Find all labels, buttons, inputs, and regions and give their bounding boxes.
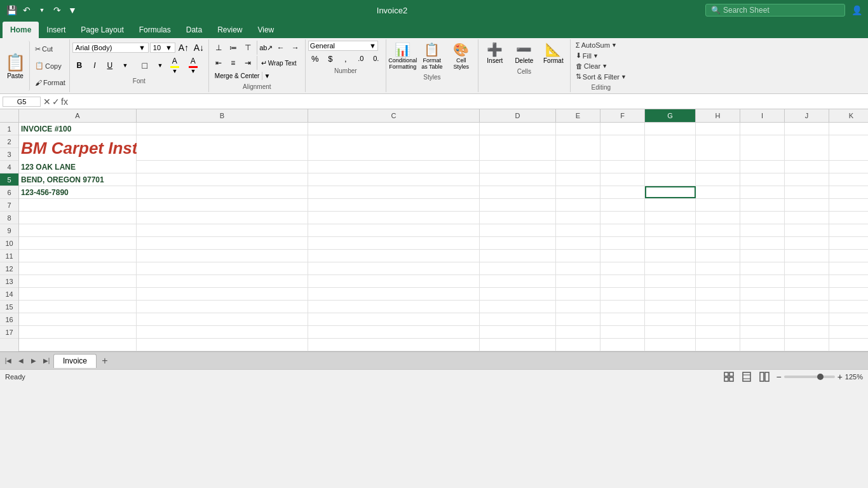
ribbon-tab-page-layout[interactable]: Page Layout: [73, 22, 131, 38]
cell-H1[interactable]: [696, 123, 740, 135]
align-center-button[interactable]: ≡: [226, 56, 240, 70]
cell-K9[interactable]: [829, 237, 868, 249]
cell-I8[interactable]: [740, 224, 785, 236]
cell-K7[interactable]: [829, 212, 868, 224]
underline-dropdown[interactable]: ▼: [118, 58, 132, 72]
cell-J3[interactable]: [785, 161, 829, 173]
row-num-4[interactable]: 4: [0, 161, 18, 173]
cell-B15[interactable]: [137, 313, 308, 325]
cell-H14[interactable]: [696, 301, 740, 313]
cell-styles-button[interactable]: 🎨 CellStyles: [447, 41, 475, 71]
cell-D3[interactable]: [480, 161, 556, 173]
font-color-dropdown[interactable]: ▼: [190, 68, 196, 74]
cell-H4[interactable]: [696, 173, 740, 186]
cell-J15[interactable]: [785, 313, 829, 325]
cell-K3[interactable]: [829, 161, 868, 173]
cell-J4[interactable]: [785, 173, 829, 186]
cell-E5[interactable]: [556, 186, 600, 198]
cell-J5[interactable]: [785, 186, 829, 198]
cell-B9[interactable]: [137, 237, 308, 249]
cell-H16[interactable]: [696, 326, 740, 338]
cell-H17[interactable]: [696, 339, 740, 351]
cell-B5[interactable]: [137, 186, 308, 198]
cell-F1[interactable]: [600, 123, 645, 135]
cell-C16[interactable]: [308, 326, 480, 338]
cell-A4[interactable]: BEND, OREGON 97701: [19, 173, 137, 186]
indent-increase-button[interactable]: →: [288, 41, 302, 55]
percent-style-button[interactable]: %: [308, 51, 322, 65]
cell-B8[interactable]: [137, 224, 308, 236]
cell-E10[interactable]: [556, 250, 600, 262]
col-header-g[interactable]: G: [645, 109, 696, 122]
cell-B17[interactable]: [137, 339, 308, 351]
orientation-button[interactable]: ab↗: [259, 41, 273, 55]
cell-H11[interactable]: [696, 262, 740, 274]
increase-font-size-button[interactable]: A↑: [177, 41, 191, 55]
row-num-5[interactable]: 5: [0, 173, 18, 186]
merge-center-button[interactable]: Merge & Center ▼: [212, 71, 273, 81]
currency-button[interactable]: $: [323, 51, 337, 65]
cell-J7[interactable]: [785, 212, 829, 224]
cut-button[interactable]: ✂ Cut: [32, 44, 68, 54]
autosum-button[interactable]: Σ AutoSum ▼: [573, 41, 629, 50]
cell-I6[interactable]: [740, 199, 785, 211]
cell-E6[interactable]: [556, 199, 600, 211]
cell-K16[interactable]: [829, 326, 868, 338]
ribbon-tab-review[interactable]: Review: [210, 22, 250, 38]
cell-C2[interactable]: [308, 135, 480, 160]
cell-J6[interactable]: [785, 199, 829, 211]
cell-D10[interactable]: [480, 250, 556, 262]
cell-K2[interactable]: [829, 135, 868, 160]
cell-D16[interactable]: [480, 326, 556, 338]
format-painter-button[interactable]: 🖌 Format: [32, 78, 68, 87]
cell-F14[interactable]: [600, 301, 645, 313]
font-size-selector[interactable]: 10 ▼: [150, 43, 175, 53]
ribbon-tab-data[interactable]: Data: [179, 22, 210, 38]
cell-E7[interactable]: [556, 212, 600, 224]
comma-style-button[interactable]: ,: [339, 51, 353, 65]
cell-D11[interactable]: [480, 262, 556, 274]
cell-C10[interactable]: [308, 250, 480, 262]
format-button[interactable]: 📐 Format: [539, 41, 567, 65]
cell-G16[interactable]: [645, 326, 696, 338]
row-num-8[interactable]: 8: [0, 212, 18, 224]
cell-A6[interactable]: [19, 199, 137, 211]
cell-G10[interactable]: [645, 250, 696, 262]
cell-I3[interactable]: [740, 161, 785, 173]
cell-H10[interactable]: [696, 250, 740, 262]
add-sheet-button[interactable]: +: [98, 354, 112, 368]
cell-I17[interactable]: [740, 339, 785, 351]
zoom-in-button[interactable]: +: [837, 372, 843, 382]
cell-B7[interactable]: [137, 212, 308, 224]
cell-K14[interactable]: [829, 301, 868, 313]
align-top-button[interactable]: ⊥: [212, 41, 226, 55]
col-header-f[interactable]: F: [600, 109, 645, 122]
align-right-button[interactable]: ⇥: [241, 56, 255, 70]
cell-G7[interactable]: [645, 212, 696, 224]
cell-D12[interactable]: [480, 275, 556, 287]
cell-J16[interactable]: [785, 326, 829, 338]
cell-G6[interactable]: [645, 199, 696, 211]
cell-C13[interactable]: [308, 288, 480, 300]
cell-E3[interactable]: [556, 161, 600, 173]
col-header-c[interactable]: C: [308, 109, 480, 122]
copy-button[interactable]: 📋 Copy: [32, 61, 68, 71]
cell-F4[interactable]: [600, 173, 645, 186]
cell-A5[interactable]: 123-456-7890: [19, 186, 137, 198]
col-header-h[interactable]: H: [696, 109, 740, 122]
cell-D5[interactable]: [480, 186, 556, 198]
cell-B6[interactable]: [137, 199, 308, 211]
row-num-16[interactable]: 16: [0, 313, 18, 326]
cell-F5[interactable]: [600, 186, 645, 198]
cell-D6[interactable]: [480, 199, 556, 211]
cell-I1[interactable]: [740, 123, 785, 135]
align-left-button[interactable]: ⇤: [212, 56, 226, 70]
font-color-button[interactable]: A ▼: [187, 56, 200, 75]
underline-button[interactable]: U: [103, 58, 117, 72]
cell-J10[interactable]: [785, 250, 829, 262]
cell-K4[interactable]: [829, 173, 868, 186]
prev-sheet-button[interactable]: ◀: [15, 355, 27, 367]
cell-I12[interactable]: [740, 275, 785, 287]
cell-J13[interactable]: [785, 288, 829, 300]
cell-D7[interactable]: [480, 212, 556, 224]
